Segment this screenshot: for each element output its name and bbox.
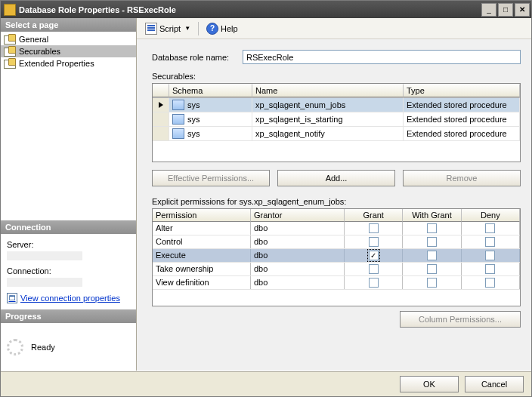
perm-col-withgrant[interactable]: With Grant — [403, 209, 461, 222]
checkbox[interactable] — [369, 264, 379, 274]
remove-button[interactable]: Remove — [403, 170, 521, 186]
checkbox[interactable] — [485, 251, 495, 260]
permission-name: Take ownership — [153, 263, 251, 275]
select-page-header: Select a page — [1, 18, 136, 32]
page-item-label: Securables — [19, 47, 60, 56]
cancel-button[interactable]: Cancel — [465, 376, 524, 392]
connection-header: Connection — [1, 220, 136, 234]
securables-col-selector — [153, 84, 169, 97]
permission-grantor: dbo — [251, 222, 345, 235]
securables-col-name[interactable]: Name — [252, 84, 404, 97]
securable-type: Extended stored procedure — [404, 98, 520, 112]
securable-name: xp_sqlagent_is_starting — [252, 112, 404, 126]
script-icon — [145, 23, 157, 35]
securable-row[interactable]: sysxp_sqlagent_enum_jobsExtended stored … — [153, 98, 520, 112]
page-list: GeneralSecurablesExtended Properties — [1, 32, 136, 220]
permission-grant-cell — [345, 276, 403, 289]
checkbox[interactable] — [427, 264, 437, 274]
securables-col-schema[interactable]: Schema — [169, 84, 252, 97]
checkbox[interactable] — [427, 237, 437, 247]
checkbox[interactable] — [369, 223, 379, 233]
role-name-input[interactable] — [243, 50, 521, 64]
page-item-securables[interactable]: Securables — [1, 45, 136, 57]
page-item-general[interactable]: General — [1, 33, 136, 45]
window-title: Database Role Properties - RSExecRole — [19, 5, 480, 14]
permissions-grid[interactable]: Permission Grantor Grant With Grant Deny… — [152, 208, 521, 306]
permission-grantor: dbo — [251, 249, 345, 262]
page-item-extended-properties[interactable]: Extended Properties — [1, 57, 136, 69]
securable-row[interactable]: sysxp_sqlagent_is_startingExtended store… — [153, 112, 520, 127]
page-icon — [4, 34, 16, 45]
row-selector — [153, 127, 169, 140]
permission-grant-cell — [345, 235, 403, 248]
perm-col-grant[interactable]: Grant — [345, 209, 403, 222]
connection-body: Server: Connection: 🗔 View connection pr… — [1, 234, 136, 309]
script-button[interactable]: Script ▼ — [141, 21, 194, 36]
connection-label: Connection: — [7, 266, 130, 275]
permission-withgrant-cell — [403, 276, 461, 289]
securable-type: Extended stored procedure — [404, 112, 520, 126]
securables-grid[interactable]: Schema Name Type sysxp_sqlagent_enum_job… — [152, 83, 521, 162]
permission-name: Execute — [153, 249, 251, 262]
permission-row[interactable]: Take ownershipdbo — [153, 263, 520, 276]
permission-grant-cell — [345, 263, 403, 275]
progress-header: Progress — [1, 309, 136, 323]
permission-grantor: dbo — [251, 276, 345, 289]
close-button[interactable]: ✕ — [515, 3, 530, 17]
checkbox[interactable] — [369, 278, 379, 288]
add-button[interactable]: Add... — [277, 170, 395, 186]
permission-row[interactable]: View definitiondbo — [153, 276, 520, 290]
securables-col-type[interactable]: Type — [404, 84, 520, 97]
securable-schema: sys — [169, 127, 252, 140]
help-label: Help — [221, 24, 238, 33]
permission-name: Alter — [153, 222, 251, 235]
permission-deny-cell — [462, 235, 520, 248]
column-permissions-button[interactable]: Column Permissions... — [400, 311, 521, 328]
checkbox[interactable] — [485, 264, 495, 274]
effective-permissions-button[interactable]: Effective Permissions... — [152, 170, 270, 186]
checkbox[interactable] — [485, 237, 495, 247]
securable-type: Extended stored procedure — [404, 127, 520, 140]
permission-name: View definition — [153, 276, 251, 289]
procedure-icon — [172, 114, 184, 125]
view-connection-properties-label: View connection properties — [20, 294, 120, 303]
progress-status: Ready — [31, 343, 55, 352]
toolbar: Script ▼ ? Help — [137, 18, 531, 39]
permission-row[interactable]: Alterdbo — [153, 222, 520, 235]
ok-button[interactable]: OK — [400, 376, 459, 392]
page-item-label: Extended Properties — [19, 59, 94, 68]
connection-value — [7, 278, 82, 287]
help-button[interactable]: ? Help — [203, 21, 242, 36]
server-label: Server: — [7, 240, 130, 249]
permission-name: Control — [153, 235, 251, 248]
perm-col-permission[interactable]: Permission — [153, 209, 251, 222]
page-item-label: General — [19, 35, 48, 44]
checkbox[interactable] — [485, 278, 495, 288]
checkbox[interactable] — [369, 251, 379, 260]
right-pane: Script ▼ ? Help Database role name: Secu… — [137, 18, 531, 371]
checkbox[interactable] — [369, 237, 379, 247]
perm-col-deny[interactable]: Deny — [462, 209, 520, 222]
checkbox[interactable] — [427, 278, 437, 288]
permission-grant-cell — [345, 222, 403, 235]
window-icon — [4, 4, 16, 16]
connection-icon: 🗔 — [7, 293, 17, 303]
progress-body: Ready — [1, 323, 136, 371]
checkbox[interactable] — [427, 251, 437, 260]
securable-row[interactable]: sysxp_sqlagent_notifyExtended stored pro… — [153, 127, 520, 141]
perm-col-grantor[interactable]: Grantor — [251, 209, 345, 222]
checkbox[interactable] — [485, 223, 495, 233]
page-icon — [4, 58, 16, 69]
explicit-permissions-label: Explicit permissions for sys.xp_sqlagent… — [152, 197, 521, 206]
permission-grant-cell — [345, 249, 403, 262]
maximize-button[interactable]: □ — [498, 3, 513, 17]
checkbox[interactable] — [427, 223, 437, 233]
dialog-footer: OK Cancel — [1, 371, 531, 397]
permission-withgrant-cell — [403, 222, 461, 235]
progress-spinner-icon — [7, 339, 23, 355]
permission-withgrant-cell — [403, 249, 461, 262]
minimize-button[interactable]: _ — [481, 3, 496, 17]
permission-row[interactable]: Executedbo — [153, 249, 520, 263]
permission-row[interactable]: Controldbo — [153, 235, 520, 249]
view-connection-properties-link[interactable]: 🗔 View connection properties — [7, 293, 130, 303]
